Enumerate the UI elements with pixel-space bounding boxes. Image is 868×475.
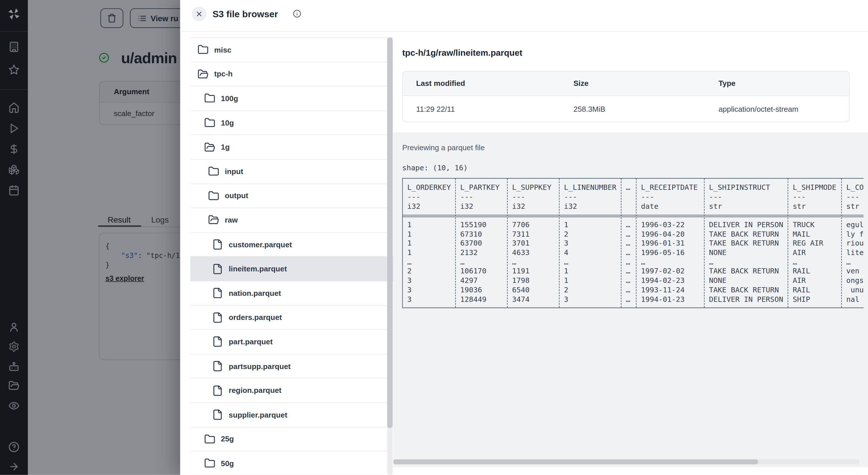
tree-item-part.parquet[interactable]: part.parquet bbox=[190, 330, 393, 354]
calendar-icon[interactable] bbox=[8, 185, 20, 196]
tree-item-50g[interactable]: 50g bbox=[190, 451, 393, 475]
df-column-dtype: str bbox=[846, 202, 863, 211]
tree-item-1g[interactable]: 1g bbox=[190, 135, 393, 160]
tree-item-misc[interactable]: misc bbox=[190, 38, 393, 62]
df-column-dtype: str bbox=[793, 202, 837, 211]
tree-item-label: partsupp.parquet bbox=[229, 362, 291, 370]
df-cell: 3 bbox=[407, 276, 451, 286]
df-cell: 67310 bbox=[460, 230, 503, 239]
df-type-separator: --- bbox=[512, 192, 555, 202]
tree-scrollbar-thumb[interactable] bbox=[387, 37, 393, 428]
df-cell: … bbox=[564, 258, 617, 267]
df-column-ellipsis: ………………………… bbox=[621, 179, 636, 307]
df-cell: 1 bbox=[407, 220, 451, 230]
preview-status-label: Previewing a parquet file bbox=[402, 143, 485, 152]
tree-item-label: input bbox=[225, 168, 243, 176]
df-cell: RAIL bbox=[793, 267, 837, 276]
tree-item-orders.parquet[interactable]: orders.parquet bbox=[190, 305, 393, 330]
df-column-L_LINENUMBER: L_LINENUMBER---i321234…1123 bbox=[559, 179, 621, 307]
file-icon bbox=[212, 239, 223, 250]
df-type-separator: --- bbox=[709, 192, 783, 202]
df-column-name: L_LINENUMBER bbox=[564, 183, 617, 192]
df-cell: 4 bbox=[564, 248, 617, 258]
df-cell: ly f bbox=[846, 230, 863, 239]
tree-item-tpc-h[interactable]: tpc-h bbox=[190, 62, 393, 87]
df-type-separator: --- bbox=[564, 192, 617, 202]
tree-item-nation.parquet[interactable]: nation.parquet bbox=[190, 281, 393, 305]
file-icon bbox=[212, 263, 223, 274]
info-icon[interactable] bbox=[293, 9, 301, 18]
star-icon[interactable] bbox=[8, 64, 20, 75]
tree-item-customer.parquet[interactable]: customer.parquet bbox=[190, 233, 393, 257]
df-cell: TRUCK bbox=[793, 220, 837, 230]
df-cell: nal bbox=[846, 295, 863, 304]
df-cell: … bbox=[626, 239, 631, 248]
df-cell: 3701 bbox=[512, 239, 555, 248]
df-column-name: L_CO bbox=[846, 183, 863, 192]
df-cell: DELIVER IN PERSON bbox=[709, 295, 783, 304]
tree-item-supplier.parquet[interactable]: supplier.parquet bbox=[190, 403, 393, 427]
df-cell: REG AIR bbox=[793, 239, 837, 248]
df-column-dtype: str bbox=[709, 202, 783, 211]
df-cell: 63700 bbox=[460, 239, 503, 248]
tree-item-partsupp.parquet[interactable]: partsupp.parquet bbox=[190, 354, 393, 379]
file-icon bbox=[212, 409, 223, 420]
folder-icon bbox=[204, 93, 215, 104]
windmill-logo-icon[interactable] bbox=[7, 7, 21, 21]
tree-scrollbar[interactable] bbox=[387, 37, 393, 475]
meta-header-2: Type bbox=[705, 71, 849, 96]
tree-item-label: output bbox=[225, 191, 248, 200]
building-icon[interactable] bbox=[8, 41, 20, 53]
preview-scrollbar-thumb[interactable] bbox=[393, 459, 758, 464]
meta-header-0: Last modified bbox=[403, 71, 560, 96]
sidebar-divider bbox=[0, 89, 28, 90]
df-cell: 3 bbox=[564, 295, 617, 304]
tree-item-output[interactable]: output bbox=[190, 184, 393, 208]
folder-open-icon bbox=[204, 142, 215, 153]
settings-icon[interactable] bbox=[8, 341, 20, 352]
tree-item-input[interactable]: input bbox=[190, 160, 393, 184]
folder-open-icon[interactable] bbox=[8, 380, 20, 391]
df-cell: 1 bbox=[564, 220, 617, 230]
folder-icon bbox=[208, 190, 219, 201]
df-cell: … bbox=[626, 276, 631, 286]
tree-item-label: customer.parquet bbox=[229, 240, 292, 249]
dollar-icon[interactable] bbox=[8, 143, 20, 154]
df-type-separator: --- bbox=[460, 192, 503, 202]
tree-item-label: part.parquet bbox=[229, 338, 273, 346]
play-icon[interactable] bbox=[8, 123, 20, 134]
df-cell: 2 bbox=[407, 267, 451, 276]
df-cell: unu bbox=[846, 286, 863, 295]
home-icon[interactable] bbox=[8, 102, 20, 113]
bot-icon[interactable] bbox=[8, 361, 20, 372]
df-cell: 4633 bbox=[512, 248, 555, 258]
arrow-right-icon[interactable] bbox=[8, 461, 20, 472]
df-column-name: L_PARTKEY bbox=[460, 183, 503, 192]
sidebar bbox=[0, 0, 28, 475]
file-meta-table: Last modifiedSizeType 11:29 22/11258.3Mi… bbox=[402, 71, 849, 122]
parquet-preview-area: Previewing a parquet file shape: (10, 16… bbox=[393, 132, 868, 467]
tree-item-label: 50g bbox=[221, 459, 234, 468]
df-column-L_PARTKEY: L_PARTKEY---i3215519067310637002132…1061… bbox=[455, 179, 507, 307]
close-button[interactable] bbox=[192, 7, 207, 21]
tree-item-10g[interactable]: 10g bbox=[190, 111, 393, 135]
tree-item-lineitem.parquet[interactable]: lineitem.parquet bbox=[190, 257, 393, 281]
user-icon[interactable] bbox=[8, 321, 20, 332]
tree-item-label: misc bbox=[214, 46, 231, 54]
tree-item-raw[interactable]: raw bbox=[190, 208, 393, 233]
df-cell: … bbox=[626, 230, 631, 239]
df-cell: AIR bbox=[793, 248, 837, 258]
df-cell: 1996-04-20 bbox=[641, 230, 700, 239]
folder-icon bbox=[208, 166, 219, 177]
df-cell: 155190 bbox=[460, 220, 503, 230]
preview-horizontal-scrollbar[interactable] bbox=[393, 459, 860, 464]
df-cell: TAKE BACK RETURN bbox=[709, 230, 783, 239]
tree-item-label: supplier.parquet bbox=[229, 411, 287, 419]
help-icon[interactable] bbox=[8, 441, 20, 453]
tree-item-100g[interactable]: 100g bbox=[190, 87, 393, 111]
eye-icon[interactable] bbox=[8, 400, 20, 411]
tree-item-region.parquet[interactable]: region.parquet bbox=[190, 379, 393, 403]
df-type-separator: --- bbox=[846, 192, 863, 202]
tree-item-25g[interactable]: 25g bbox=[190, 427, 393, 452]
boxes-icon[interactable] bbox=[8, 164, 20, 175]
